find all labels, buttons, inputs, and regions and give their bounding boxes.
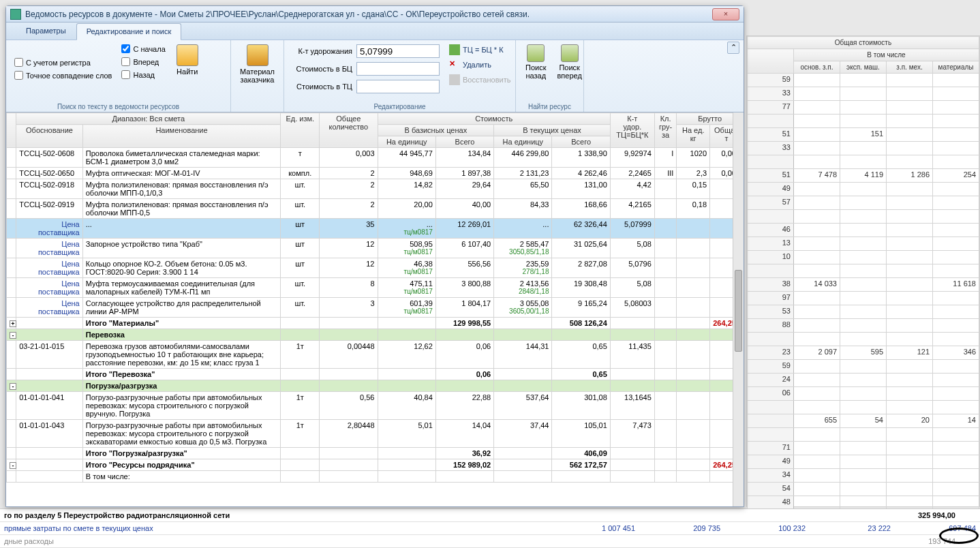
bottom-r1-v: 325 994,00 [918, 511, 976, 519]
summary-row: 49 [748, 455, 979, 469]
table-row[interactable]: Итого "Перевозка"0,060,65 [7, 369, 744, 380]
rh-c1: основ. з.п. [794, 61, 840, 74]
table-row[interactable]: ТССЦ-502-0919Муфта полиэтиленовая: пряма… [7, 199, 744, 219]
table-row[interactable]: +Итого "Материалы"129 998,55508 126,2426… [7, 318, 744, 329]
g1-label: Поиск по тексту в ведомости ресурсов [12, 102, 225, 110]
summary-row [748, 155, 979, 169]
table-row[interactable]: ТССЦ-502-0608Проволока биметаллическая с… [7, 148, 744, 168]
summary-row: 655542014 [748, 414, 979, 428]
chk-whole-word[interactable]: Точное совпадение слов [12, 70, 114, 81]
summary-row: 49 [748, 183, 979, 196]
find-button[interactable]: Найти [172, 43, 202, 81]
summary-row: 53 [748, 305, 979, 319]
chk-back[interactable]: Назад [119, 69, 168, 80]
table-row[interactable]: Ценапоставщика...шт35...тц/м081712 269,0… [7, 219, 744, 239]
chk-forward[interactable]: Вперед [119, 56, 168, 67]
summary-row: 24 [748, 374, 979, 387]
table-row[interactable]: 01-01-01-043Погрузо-разгрузочные работы … [7, 420, 744, 448]
table-row[interactable]: Итого "Погрузка/разгрузка"36,92406,09 [7, 448, 744, 459]
delete-link[interactable]: ✕Удалить [446, 58, 513, 72]
expand-icon[interactable]: + [10, 320, 16, 327]
bottom-r2-vals: 1 007 451 209 735 100 232 23 222 697 484 [587, 524, 976, 532]
h-diap: Диапазон: Вся смета [16, 113, 281, 125]
table-row[interactable]: В том числе: [7, 471, 744, 483]
formula-link[interactable]: ТЦ = БЦ * К [446, 43, 513, 57]
g3-label: Найти ресурс [521, 102, 578, 110]
summary-row [748, 115, 979, 128]
table-row[interactable]: ЦенапоставщикаКольцо опорное КО-2. Объем… [7, 258, 744, 278]
table-row[interactable]: ЦенапоставщикаМуфта термоусаживаемая сое… [7, 278, 744, 298]
tab-params[interactable]: Параметры [16, 22, 76, 40]
kt-input[interactable] [356, 44, 440, 58]
summary-row: 97 [748, 292, 979, 305]
table-row[interactable]: ТССЦ-502-0650Муфта оптическая: МОГ-М-01-… [7, 168, 744, 179]
close-button[interactable]: × [712, 8, 739, 20]
bc-input[interactable] [356, 62, 440, 76]
data-grid[interactable]: Диапазон: Вся смета Ед. изм. Общее колич… [6, 112, 744, 506]
summary-row: 34 [748, 469, 979, 483]
table-row[interactable]: -Итого "Ресурсы подрядчика"152 989,02562… [7, 459, 744, 471]
bottom-r3-lbl: дные расходы [4, 537, 928, 545]
window-title: Ведомость ресурсов в документе - Мои Сме… [25, 10, 712, 19]
summary-row [748, 264, 979, 278]
chk-from-start[interactable]: С начала [119, 43, 168, 55]
summary-row [748, 333, 979, 346]
h-naim: Наименование [82, 125, 281, 148]
summary-row: 71 [748, 442, 979, 455]
h-qty: Общее количество [320, 113, 378, 148]
table-row[interactable]: ТССЦ-502-0918Муфта полиэтиленовая: пряма… [7, 179, 744, 199]
bc-label: Стоимость в БЦ [290, 65, 352, 73]
search-fwd-button[interactable]: Поиск вперед [553, 43, 585, 81]
table-row[interactable]: ЦенапоставщикаСогласующее устройство для… [7, 298, 744, 318]
summary-row: 54 [748, 483, 979, 496]
table-row[interactable]: 03-21-01-015Перевозка грузов автомобилям… [7, 341, 744, 369]
ribbon-collapse-icon[interactable]: ⌃ [727, 42, 739, 54]
titlebar[interactable]: Ведомость ресурсов в документе - Мои Сме… [6, 6, 744, 22]
tab-strip: Параметры Редактирование и поиск [6, 22, 744, 40]
h-tek: В текущих ценах [494, 125, 611, 136]
search-back-button[interactable]: Поиск назад [521, 43, 550, 81]
resource-dialog: Ведомость ресурсов в документе - Мои Сме… [5, 5, 744, 507]
g2-label: Редактирование [290, 102, 510, 110]
summary-row: 77 [748, 101, 979, 115]
table-row[interactable]: -Перевозка [7, 329, 744, 341]
h-naedkg: На ед. кг [677, 125, 710, 148]
app-icon [10, 9, 21, 20]
summary-row: 51151 [748, 128, 979, 142]
summary-row: 232 097595121346 [748, 346, 979, 360]
summary-row: 06 [748, 387, 979, 401]
h-kl: Кл. гру- за [654, 113, 677, 148]
kt-label: К-т удорожания [290, 47, 352, 55]
expand-icon[interactable]: - [10, 462, 16, 469]
table-row[interactable]: -Погрузка/разгрузка [7, 380, 744, 392]
customer-material-button[interactable]: Материал заказчика [236, 43, 279, 85]
summary-row: 59 [748, 360, 979, 374]
summary-row: 33 [748, 87, 979, 101]
table-row[interactable]: 01-01-01-041Погрузо-разгрузочные работы … [7, 392, 744, 420]
table-row[interactable]: ЦенапоставщикаЗапорное устройство типа "… [7, 239, 744, 258]
summary-row: 59 [748, 74, 979, 87]
rh-total: Общая стоимость [748, 37, 979, 49]
summary-row: 3814 03311 618 [748, 278, 979, 292]
summary-row: 46 [748, 224, 979, 237]
chk-case[interactable]: С учетом регистра [12, 57, 114, 68]
ribbon: ⌃ С учетом регистра Точное совпадение сл… [6, 40, 744, 112]
expand-icon[interactable]: - [10, 383, 16, 390]
h-ed: Ед. изм. [281, 113, 320, 148]
tc-input[interactable] [356, 80, 440, 93]
grid-scrollbar[interactable] [733, 112, 744, 506]
tab-edit-search[interactable]: Редактирование и поиск [76, 23, 182, 40]
bottom-r2-lbl: прямые затраты по смете в текущих ценах [4, 524, 587, 532]
rh-c4: материалы [933, 61, 979, 74]
summary-row: 10 [748, 251, 979, 264]
summary-row: 88 [748, 319, 979, 333]
h-kt: К-т удор. ТЦ=БЦ*К [610, 113, 654, 148]
bottom-summary: го по разделу 5 Переустройство радиотран… [0, 508, 980, 548]
bottom-r3-v: 193 744 [928, 537, 976, 545]
expand-icon[interactable]: - [10, 332, 16, 339]
summary-row: 48 [748, 496, 979, 510]
bottom-r1-lbl: го по разделу 5 Переустройство радиотран… [4, 511, 918, 519]
restore-link[interactable]: Восстановить [446, 73, 513, 87]
rh-c2: эксп. маш. [840, 61, 887, 74]
h-cost: Стоимость [378, 113, 610, 125]
